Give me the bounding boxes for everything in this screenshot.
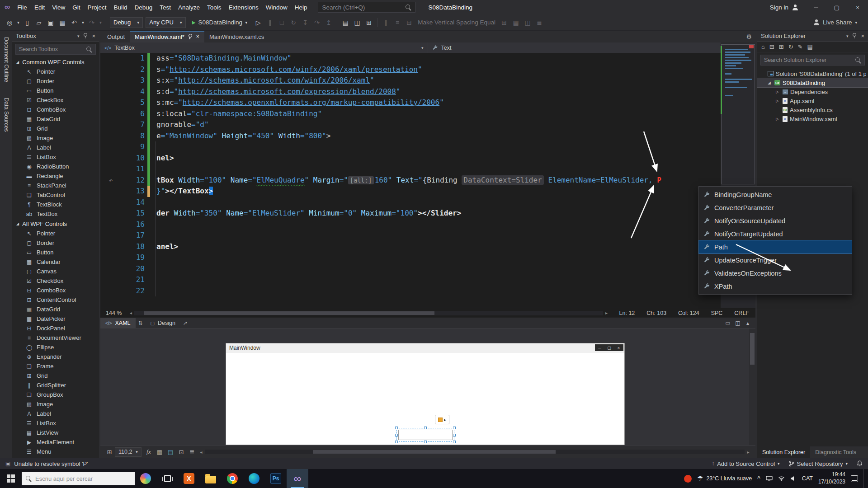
toolbox-item[interactable]: ContentControl bbox=[12, 295, 99, 305]
code-line[interactable]: 11 bbox=[100, 164, 721, 175]
effects-toggle-icon[interactable]: fx bbox=[143, 447, 154, 457]
language-indicator[interactable]: CAT bbox=[802, 475, 813, 482]
toolbox-item[interactable]: CheckBox bbox=[12, 276, 99, 286]
save-icon[interactable] bbox=[45, 17, 57, 28]
swap-panes-icon[interactable] bbox=[136, 320, 146, 326]
code-line[interactable]: 1 ass="S08DataBinding.MainWindow" bbox=[100, 53, 721, 64]
code-line[interactable]: 18 anel> bbox=[100, 241, 721, 253]
xaml-grid-icon[interactable] bbox=[363, 17, 375, 28]
toolbox-item[interactable]: Label bbox=[12, 409, 99, 418]
stop-icon[interactable] bbox=[276, 17, 288, 28]
toolbox-section-header[interactable]: Common WPF Controls bbox=[12, 57, 99, 67]
align-centers-icon[interactable] bbox=[392, 17, 403, 28]
design-surface[interactable]: MainWindow bbox=[100, 328, 755, 445]
maximize-button[interactable] bbox=[826, 0, 847, 14]
live-share-button[interactable]: Live Share bbox=[813, 19, 864, 26]
menu-item[interactable]: Project bbox=[84, 0, 110, 14]
code-line[interactable]: 4 s:d="http://schemas.microsoft.com/expr… bbox=[100, 86, 721, 98]
code-line[interactable]: 15 der Width="350" Name="ElMeuSlider" Mi… bbox=[100, 208, 721, 219]
expander-icon[interactable] bbox=[774, 99, 780, 103]
code-line[interactable]: 2 s="http://schemas.microsoft.com/winfx/… bbox=[100, 64, 721, 75]
annotations-icon[interactable] bbox=[187, 447, 198, 457]
minimize-button[interactable] bbox=[806, 0, 826, 14]
design-vertical-scrollbar[interactable] bbox=[749, 328, 755, 445]
scrollbar-thumb[interactable] bbox=[750, 333, 755, 365]
toolbox-item[interactable]: Button bbox=[12, 86, 99, 95]
completion-item[interactable]: NotifyOnSourceUpdated bbox=[699, 214, 852, 227]
code-line[interactable]: 6 s:local="clr-namespace:S08DataBinding" bbox=[100, 108, 721, 120]
horizontal-scrollbar[interactable] bbox=[134, 311, 603, 315]
menu-item[interactable]: Debug bbox=[131, 0, 156, 14]
tree-item[interactable]: Solution 'S08DataBinding' (1 of 1 proje bbox=[757, 69, 868, 78]
quick-search-input[interactable] bbox=[322, 4, 403, 11]
toolbox-search-input[interactable] bbox=[19, 46, 85, 52]
design-textbox[interactable] bbox=[398, 430, 453, 440]
code-line[interactable]: 8 e="MainWindow" Height="450" Width="800… bbox=[100, 131, 721, 142]
chat-icon[interactable] bbox=[135, 469, 156, 488]
tab-design-view[interactable]: Design bbox=[146, 318, 180, 328]
adorner-quick-button[interactable] bbox=[435, 415, 449, 424]
toolbox-item[interactable]: Calendar bbox=[12, 257, 99, 267]
grid-rails-icon[interactable] bbox=[104, 447, 115, 457]
resize-handle[interactable] bbox=[424, 441, 427, 443]
toolbox-item[interactable]: Grid bbox=[12, 371, 99, 380]
scroll-left-icon[interactable] bbox=[127, 310, 134, 315]
toolbox-item[interactable]: GroupBox bbox=[12, 390, 99, 399]
code-line[interactable]: 20 bbox=[100, 263, 721, 275]
add-to-source-control-button[interactable]: Add to Source Control bbox=[712, 460, 779, 467]
toolbox-item[interactable]: Pointer bbox=[12, 229, 99, 238]
code-line[interactable]: 21 bbox=[100, 274, 721, 286]
side-tab[interactable]: Document Outline bbox=[3, 37, 9, 82]
tab-mainwindow-xaml-cs[interactable]: MainWindow.xaml.cs bbox=[204, 31, 269, 42]
tab-output[interactable]: Output bbox=[102, 31, 130, 42]
show-all-files-icon[interactable] bbox=[779, 43, 784, 50]
scrollbar-thumb[interactable] bbox=[144, 311, 434, 315]
code-line[interactable]: 17 bbox=[100, 230, 721, 241]
open-file-icon[interactable] bbox=[33, 17, 45, 28]
undo-dropdown-icon[interactable] bbox=[80, 17, 86, 28]
redo-icon[interactable] bbox=[86, 17, 98, 28]
run-without-debug-icon[interactable] bbox=[252, 17, 264, 28]
toolbox-search[interactable] bbox=[15, 44, 96, 55]
edge-icon[interactable] bbox=[243, 469, 265, 488]
sign-in-button[interactable]: Sign in bbox=[763, 4, 806, 11]
code-line[interactable]: 9 bbox=[100, 141, 721, 153]
toolbox-item[interactable]: Canvas bbox=[12, 267, 99, 276]
completion-item[interactable]: ValidatesOnExceptions bbox=[699, 267, 852, 280]
redo-dropdown-icon[interactable] bbox=[98, 17, 104, 28]
code-editor[interactable]: 1 ass="S08DataBinding.MainWindow" 2 s="h… bbox=[100, 53, 721, 308]
taskbar-search-input[interactable] bbox=[35, 475, 131, 482]
toolbox-item[interactable]: Label bbox=[12, 143, 99, 152]
toolbox-item[interactable]: Border bbox=[12, 238, 99, 248]
hidden-icons-chevron[interactable] bbox=[757, 475, 760, 482]
close-icon[interactable] bbox=[861, 33, 864, 39]
make-same-size-icon[interactable] bbox=[522, 17, 533, 28]
toolbox-item[interactable]: Border bbox=[12, 76, 99, 86]
toolbox-item[interactable]: Image bbox=[12, 399, 99, 409]
volume-icon[interactable] bbox=[790, 476, 797, 481]
tree-item[interactable]: App.xaml bbox=[757, 96, 868, 105]
tree-item[interactable]: AssemblyInfo.cs bbox=[757, 105, 868, 114]
scrollbar-thumb[interactable] bbox=[313, 450, 556, 454]
toolbox-item[interactable]: Pointer bbox=[12, 67, 99, 76]
tab-mainwindow-xaml[interactable]: MainWindow.xaml* bbox=[130, 31, 204, 42]
toolbox-item[interactable]: Image bbox=[12, 133, 99, 143]
hot-reload-dropdown-icon[interactable] bbox=[15, 17, 21, 28]
menu-item[interactable]: View bbox=[48, 0, 69, 14]
code-line[interactable]: 10 nel> bbox=[100, 153, 721, 164]
step-over-icon[interactable] bbox=[311, 17, 323, 28]
design-zoom-combo[interactable]: 110,2 bbox=[115, 447, 142, 457]
solution-search-input[interactable] bbox=[764, 57, 854, 63]
step-out-icon[interactable] bbox=[323, 17, 335, 28]
pin-icon[interactable] bbox=[188, 34, 193, 40]
horizontal-split-icon[interactable] bbox=[723, 320, 733, 326]
toolbox-item[interactable]: ListBox bbox=[12, 152, 99, 162]
toolbox-item[interactable]: ListView bbox=[12, 428, 99, 437]
resize-handle[interactable] bbox=[453, 427, 456, 429]
code-line[interactable]: 3 s:x="http://schemas.microsoft.com/winf… bbox=[100, 75, 721, 86]
toolbox-item[interactable]: Button bbox=[12, 248, 99, 257]
close-icon[interactable] bbox=[196, 33, 199, 40]
select-repository-button[interactable]: Select Repository bbox=[789, 460, 848, 467]
menu-item[interactable]: Help bbox=[291, 0, 311, 14]
task-view-icon[interactable] bbox=[156, 469, 178, 488]
